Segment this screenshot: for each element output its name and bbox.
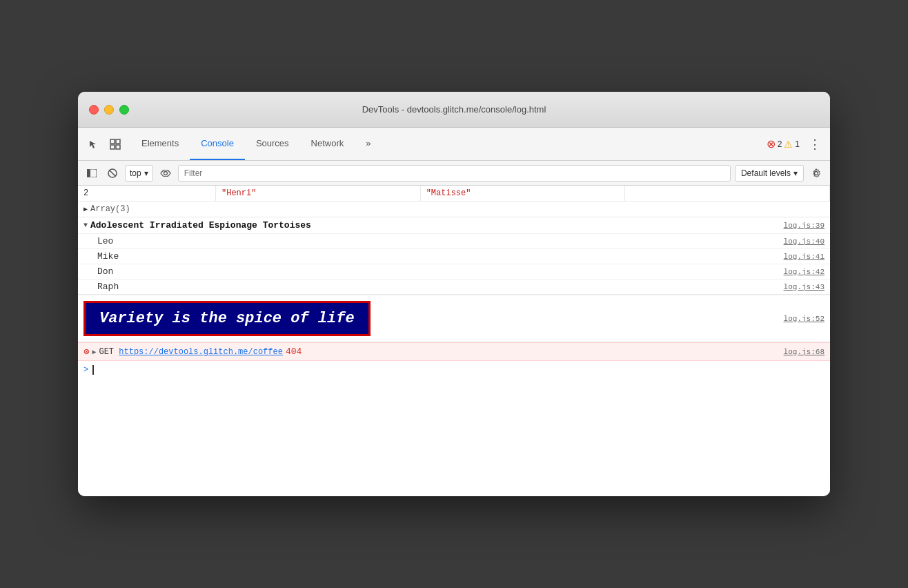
table-cell-firstname: "Henri" bbox=[216, 186, 421, 201]
inspect-icon bbox=[110, 139, 121, 150]
error-row: ⊗ ▶ GET https://devtools.glitch.me/coffe… bbox=[78, 342, 830, 361]
eye-icon bbox=[160, 170, 171, 177]
error-circle-icon: ⊗ bbox=[83, 346, 89, 357]
tab-more[interactable]: » bbox=[355, 128, 382, 160]
svg-line-7 bbox=[110, 170, 116, 176]
group-item-source-2[interactable]: log.js:42 bbox=[784, 268, 825, 276]
table-cell-empty bbox=[625, 186, 830, 201]
table-cell-number: 2 bbox=[78, 186, 216, 201]
error-code: 404 bbox=[286, 346, 302, 357]
cursor-icon bbox=[88, 139, 98, 149]
toolbar-left bbox=[83, 128, 125, 160]
group-source-link[interactable]: log.js:39 bbox=[784, 222, 825, 230]
group-item-text-1: Mike bbox=[97, 251, 119, 262]
svg-point-8 bbox=[164, 171, 167, 175]
error-source[interactable]: log.js:68 bbox=[784, 348, 825, 356]
svg-rect-0 bbox=[110, 139, 115, 144]
group-header[interactable]: ▼ Adolescent Irradiated Espionage Tortoi… bbox=[78, 217, 830, 233]
toolbar-right: ⊗ 2 ⚠ 1 ⋮ bbox=[767, 128, 825, 160]
table-data-row: 2 "Henri" "Matisse" bbox=[78, 186, 830, 202]
expand-icon: ▶ bbox=[83, 205, 88, 213]
array-row[interactable]: ▶ Array(3) bbox=[78, 202, 830, 217]
minimize-button[interactable] bbox=[104, 105, 114, 115]
group-item-text-0: Leo bbox=[97, 236, 113, 246]
styled-log-text: Variety is the spice of life bbox=[83, 301, 371, 336]
group-item-3: Raph log.js:43 bbox=[78, 279, 830, 294]
array-label: Array(3) bbox=[90, 204, 130, 214]
error-url[interactable]: https://devtools.glitch.me/coffee bbox=[119, 347, 283, 357]
cursor-tool-button[interactable] bbox=[83, 135, 103, 154]
prompt-icon: > bbox=[83, 365, 88, 375]
filter-input[interactable] bbox=[178, 165, 731, 182]
sidebar-toggle-button[interactable] bbox=[83, 165, 100, 182]
styled-log-content: Variety is the spice of life bbox=[83, 301, 784, 336]
styled-log-row: Variety is the spice of life log.js:52 bbox=[78, 295, 830, 342]
svg-rect-1 bbox=[116, 139, 120, 144]
sidebar-icon bbox=[87, 169, 97, 177]
close-button[interactable] bbox=[89, 105, 99, 115]
block-icon bbox=[108, 168, 117, 178]
tabs: Elements Console Sources Network » bbox=[130, 128, 767, 160]
tab-console[interactable]: Console bbox=[190, 128, 245, 160]
svg-point-9 bbox=[815, 171, 818, 175]
group-chevron-icon: ▼ bbox=[83, 222, 88, 229]
maximize-button[interactable] bbox=[119, 105, 129, 115]
console-input-row[interactable]: > bbox=[78, 361, 830, 379]
log-level-selector[interactable]: Default levels ▾ bbox=[735, 165, 804, 182]
group-item-0: Leo log.js:40 bbox=[78, 233, 830, 248]
svg-rect-2 bbox=[110, 145, 115, 149]
context-selector[interactable]: top ▾ bbox=[125, 165, 153, 182]
error-expand-icon: ▶ bbox=[92, 348, 96, 356]
console-sub-toolbar: top ▾ Default levels ▾ bbox=[78, 161, 830, 186]
traffic-lights bbox=[89, 105, 129, 115]
styled-log-source[interactable]: log.js:52 bbox=[784, 315, 825, 323]
error-method: GET bbox=[99, 347, 119, 357]
inspect-tool-button[interactable] bbox=[106, 135, 125, 154]
group-item-text-3: Raph bbox=[97, 282, 119, 292]
group-item-source-3[interactable]: log.js:43 bbox=[784, 283, 825, 291]
cursor bbox=[92, 365, 94, 375]
devtools-menu-button[interactable]: ⋮ bbox=[805, 135, 825, 154]
clear-console-button[interactable] bbox=[104, 165, 121, 182]
tabs-toolbar: Elements Console Sources Network » ⊗ 2 ⚠… bbox=[78, 128, 830, 161]
error-circle-icon: ⊗ bbox=[767, 137, 776, 150]
group-item-source-0[interactable]: log.js:40 bbox=[784, 237, 825, 246]
console-content: 2 "Henri" "Matisse" ▶ Array(3) ▼ Adolesc… bbox=[78, 186, 830, 496]
dropdown-arrow-icon: ▾ bbox=[144, 168, 148, 178]
devtools-window: DevTools - devtools.glitch.me/console/lo… bbox=[78, 92, 830, 496]
group-item-source-1[interactable]: log.js:41 bbox=[784, 253, 825, 261]
titlebar: DevTools - devtools.glitch.me/console/lo… bbox=[78, 92, 830, 128]
settings-button[interactable] bbox=[808, 165, 825, 182]
warning-triangle-icon: ⚠ bbox=[784, 139, 793, 150]
tab-sources[interactable]: Sources bbox=[245, 128, 300, 160]
group-item-1: Mike log.js:41 bbox=[78, 248, 830, 264]
group-item-2: Don log.js:42 bbox=[78, 264, 830, 279]
table-cell-lastname: "Matisse" bbox=[421, 186, 626, 201]
gear-icon bbox=[811, 168, 821, 178]
group-item-text-2: Don bbox=[97, 266, 113, 277]
svg-rect-3 bbox=[116, 145, 120, 149]
console-group: ▼ Adolescent Irradiated Espionage Tortoi… bbox=[78, 217, 830, 295]
error-badge: ⊗ 2 ⚠ 1 bbox=[767, 137, 800, 150]
window-title: DevTools - devtools.glitch.me/console/lo… bbox=[362, 104, 546, 115]
group-title: Adolescent Irradiated Espionage Tortoise… bbox=[90, 220, 311, 231]
svg-rect-5 bbox=[87, 169, 90, 177]
levels-dropdown-icon: ▾ bbox=[793, 168, 798, 178]
tab-elements[interactable]: Elements bbox=[130, 128, 190, 160]
eye-button[interactable] bbox=[157, 165, 174, 182]
tab-network[interactable]: Network bbox=[300, 128, 355, 160]
